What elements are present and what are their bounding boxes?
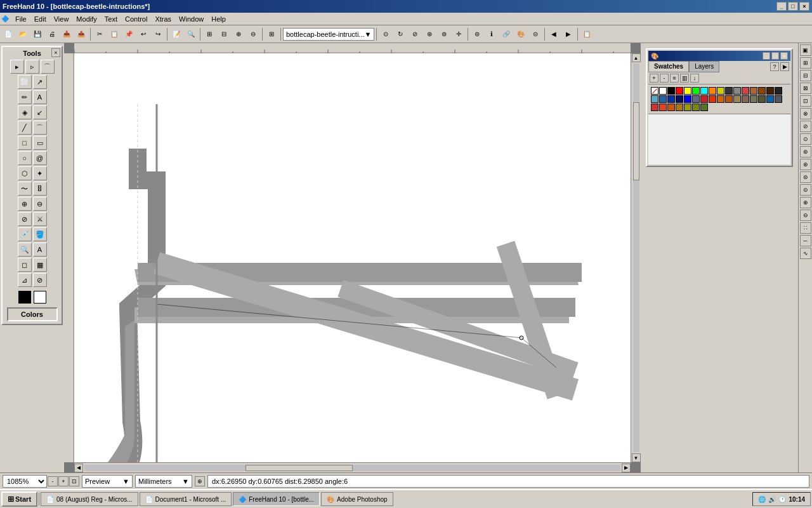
- tb-split[interactable]: ⊖: [246, 27, 260, 41]
- tb-color[interactable]: 🎨: [514, 27, 528, 41]
- swatch-medblue[interactable]: [766, 95, 774, 103]
- taskbar-item-0[interactable]: 📄 08 (August) Reg - Micros...: [41, 492, 138, 506]
- tb-redo[interactable]: ↪: [151, 27, 165, 41]
- units-toggle-btn[interactable]: ⊕: [195, 476, 205, 486]
- tb-join[interactable]: ⊕: [232, 27, 246, 41]
- tool-gradient[interactable]: ▦: [33, 258, 47, 272]
- swatch-red2[interactable]: [700, 95, 708, 103]
- fr-tool-2[interactable]: ⊞: [800, 57, 811, 69]
- preview-dropdown[interactable]: Preview ▼: [82, 475, 133, 488]
- tb-copy[interactable]: 📋: [107, 27, 121, 41]
- swatch-black[interactable]: [667, 87, 675, 95]
- panel-maximize[interactable]: □: [771, 52, 779, 60]
- drawing-canvas[interactable]: [74, 53, 631, 462]
- tab-layers[interactable]: Layers: [689, 61, 719, 72]
- panel-options[interactable]: ▶: [780, 62, 789, 71]
- tool-ellipse[interactable]: ○: [18, 151, 32, 165]
- stroke-color[interactable]: [18, 291, 31, 304]
- swatch-darkolive[interactable]: [758, 95, 766, 103]
- swatch-darkgray[interactable]: [725, 87, 733, 95]
- menu-window[interactable]: Window: [175, 14, 207, 24]
- fr-tool-3[interactable]: ⊟: [800, 70, 811, 81]
- tool-paint-bucket[interactable]: 🪣: [33, 227, 47, 241]
- colors-button[interactable]: Colors: [7, 307, 58, 321]
- sw-delete[interactable]: -: [660, 74, 669, 83]
- swatch-orange2[interactable]: [717, 95, 724, 103]
- swatch-golden[interactable]: [676, 104, 683, 111]
- swatch-medred[interactable]: [651, 104, 658, 111]
- swatch-brown[interactable]: [750, 87, 757, 95]
- units-dropdown[interactable]: Millimeters ▼: [135, 475, 192, 488]
- v-scroll-thumb[interactable]: [633, 102, 639, 180]
- swatch-yellowgreen[interactable]: [692, 104, 700, 111]
- tool-arc[interactable]: ⌒: [33, 121, 47, 135]
- tb-export[interactable]: 📤: [74, 27, 88, 41]
- tb-fwd[interactable]: ▶: [561, 27, 575, 41]
- scroll-right-button[interactable]: ▶: [622, 464, 631, 472]
- scroll-down-button[interactable]: ▼: [632, 453, 641, 462]
- swatch-lightblue[interactable]: [651, 95, 658, 103]
- fr-tool-1[interactable]: ▣: [800, 44, 811, 56]
- tool-subselect[interactable]: ▹: [25, 60, 39, 74]
- tool-rect-rounded[interactable]: ▭: [33, 136, 47, 150]
- menu-view[interactable]: View: [50, 14, 73, 24]
- taskbar-item-1[interactable]: 📄 Document1 - Microsoft ...: [140, 492, 232, 506]
- maximize-button[interactable]: □: [788, 2, 798, 11]
- tool-trace[interactable]: ⊕: [18, 197, 32, 211]
- tb-spell2[interactable]: 📋: [580, 27, 594, 41]
- tb-print[interactable]: 🖨: [45, 27, 59, 41]
- swatch-green[interactable]: [692, 87, 700, 95]
- tool-text[interactable]: A: [33, 90, 47, 104]
- close-button[interactable]: ×: [799, 2, 809, 11]
- fr-tool-4[interactable]: ⊠: [800, 83, 811, 94]
- swatch-blue[interactable]: [659, 95, 667, 103]
- tool-blend[interactable]: ⊘: [33, 273, 47, 287]
- swatch-bluegray[interactable]: [692, 95, 700, 103]
- menu-help[interactable]: Help: [207, 14, 230, 24]
- tb-open[interactable]: 📂: [16, 27, 30, 41]
- h-scroll-thumb[interactable]: [246, 465, 353, 471]
- menu-file[interactable]: File: [11, 14, 30, 24]
- fr-tool-17[interactable]: ∿: [800, 248, 811, 259]
- fr-tool-16[interactable]: ─: [800, 235, 811, 246]
- zoom-out-btn[interactable]: -: [48, 476, 58, 486]
- tool-eraser[interactable]: ⊘: [18, 212, 32, 226]
- tool-pointer[interactable]: ↗: [33, 75, 47, 89]
- swatch-yellow[interactable]: [684, 87, 691, 95]
- fr-tool-6[interactable]: ⊗: [800, 108, 811, 119]
- h-scrollbar[interactable]: ◀ ▶: [74, 462, 631, 472]
- tool-eyedrop[interactable]: 💉: [18, 227, 32, 241]
- tool-rect[interactable]: □: [18, 136, 32, 150]
- menu-text[interactable]: Text: [101, 14, 121, 24]
- tb-back[interactable]: ◀: [547, 27, 561, 41]
- tb-ungroup[interactable]: ⊟: [217, 27, 231, 41]
- swatch-red[interactable]: [676, 87, 683, 95]
- sw-options[interactable]: ≡: [670, 74, 679, 83]
- swatch-darkbrown[interactable]: [766, 87, 774, 95]
- sw-sort[interactable]: ↓: [690, 74, 699, 83]
- canvas-white[interactable]: [74, 53, 631, 462]
- tool-star[interactable]: ✦: [33, 166, 47, 180]
- tool-polygon[interactable]: ⬡: [18, 166, 32, 180]
- tb-reflect[interactable]: ⊛: [422, 27, 436, 41]
- tb-move[interactable]: ✛: [452, 27, 466, 41]
- fr-tool-13[interactable]: ⊕: [800, 197, 811, 208]
- tb-scale[interactable]: ⊚: [437, 27, 451, 41]
- swatch-darkorange[interactable]: [758, 87, 766, 95]
- tab-swatches[interactable]: Swatches: [648, 61, 689, 72]
- h-scroll-track[interactable]: [84, 465, 620, 471]
- swatch-gray[interactable]: [733, 87, 741, 95]
- swatch-yellow2[interactable]: [717, 87, 724, 95]
- swatch-darkgreen[interactable]: [700, 104, 708, 111]
- tb-spell[interactable]: 📝: [169, 27, 183, 41]
- menu-modify[interactable]: Modify: [72, 14, 100, 24]
- taskbar-item-2[interactable]: 🔷 FreeHand 10 - [bottle...: [233, 492, 320, 506]
- panel-help[interactable]: ?: [770, 62, 779, 71]
- v-scrollbar[interactable]: ▲ ▼: [631, 53, 641, 462]
- swatch-orangered[interactable]: [709, 95, 716, 103]
- tb-rotate[interactable]: ↻: [393, 27, 407, 41]
- tb-table[interactable]: ⊞: [265, 27, 278, 41]
- tb-skew[interactable]: ⊘: [408, 27, 422, 41]
- swatch-white[interactable]: [659, 87, 667, 95]
- tool-3d-rotate[interactable]: ⊿: [18, 273, 32, 287]
